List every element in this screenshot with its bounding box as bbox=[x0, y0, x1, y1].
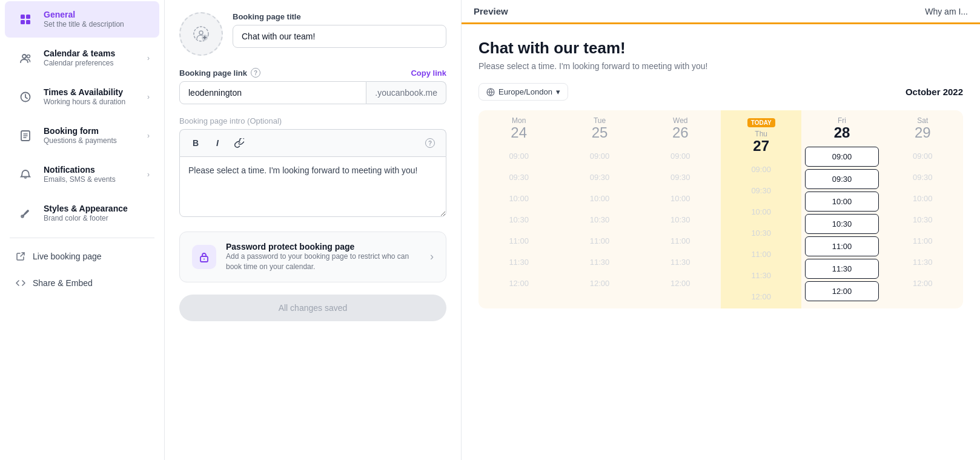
sidebar-item-notifications[interactable]: Notifications Emails, SMS & events › bbox=[5, 156, 159, 193]
bold-button[interactable]: B bbox=[187, 135, 204, 152]
link-inputs: .youcanbook.me bbox=[179, 81, 446, 104]
code-icon bbox=[15, 277, 27, 289]
preview-panel: Preview Why am I... Chat with our team! … bbox=[462, 0, 980, 460]
slot-fri-1100[interactable]: 11:00 bbox=[805, 236, 878, 256]
main-content: Booking page title Booking page link ? C… bbox=[165, 0, 462, 460]
svg-rect-2 bbox=[21, 20, 25, 24]
slot-mon-0930: 09:30 bbox=[482, 168, 555, 187]
link-domain: .youcanbook.me bbox=[366, 81, 446, 104]
sidebar-item-calendar-subtitle: Calendar preferences bbox=[44, 59, 147, 68]
clock-icon bbox=[15, 86, 36, 108]
slot-mon-0900: 09:00 bbox=[482, 147, 555, 165]
slot-fri-0900[interactable]: 09:00 bbox=[805, 147, 878, 167]
sidebar-item-booking-form-title: Booking form bbox=[44, 125, 147, 136]
timezone-value: Europe/London bbox=[498, 87, 552, 96]
link-button[interactable] bbox=[231, 135, 248, 152]
live-booking-label: Live booking page bbox=[33, 252, 102, 261]
password-desc: Add a password to your booking page to r… bbox=[226, 252, 420, 272]
svg-point-13 bbox=[204, 258, 205, 259]
password-title: Password protect booking page bbox=[226, 242, 420, 252]
sidebar-item-notifications-subtitle: Emails, SMS & events bbox=[44, 175, 147, 185]
cal-title: Chat with our team! bbox=[478, 39, 963, 58]
share-embed-label: Share & Embed bbox=[33, 278, 93, 288]
slot-mon-1200: 12:00 bbox=[482, 274, 555, 293]
password-chevron-icon: › bbox=[430, 250, 434, 263]
intro-textarea[interactable]: Please select a time. I'm looking forwar… bbox=[179, 156, 446, 217]
external-link-icon bbox=[15, 250, 27, 262]
timezone-selector[interactable]: Europe/London ▾ bbox=[478, 83, 568, 101]
cal-subtitle: Please select a time. I'm looking forwar… bbox=[478, 61, 963, 71]
sidebar-item-booking-form-subtitle: Questions & payments bbox=[44, 136, 147, 146]
sidebar-item-booking-form[interactable]: Booking form Questions & payments › bbox=[5, 118, 159, 154]
intro-toolbar: B I ? bbox=[179, 129, 446, 156]
sidebar-item-times-subtitle: Working hours & duration bbox=[44, 98, 147, 107]
preview-label: Preview bbox=[474, 6, 508, 16]
slot-fri-1200[interactable]: 12:00 bbox=[805, 281, 878, 301]
sidebar-link-live-booking[interactable]: Live booking page bbox=[5, 244, 159, 268]
lock-icon bbox=[192, 245, 216, 269]
cal-day-wed: Wed 26 09:00 09:30 10:00 10:30 11:00 11:… bbox=[640, 110, 721, 308]
photo-title-row: Booking page title bbox=[179, 12, 446, 56]
svg-rect-3 bbox=[26, 20, 30, 24]
brush-icon bbox=[15, 202, 36, 224]
help-toolbar-icon[interactable]: ? bbox=[422, 135, 439, 152]
cal-day-sat: Sat 29 09:00 09:30 10:00 10:30 11:00 11:… bbox=[882, 110, 963, 308]
intro-label: Booking page intro (Optional) bbox=[179, 116, 446, 125]
sidebar-divider bbox=[10, 238, 154, 238]
bell-icon bbox=[15, 164, 36, 185]
sidebar-item-calendar-teams[interactable]: Calendar & teams Calendar preferences › bbox=[5, 40, 159, 76]
slot-mon-1000: 10:00 bbox=[482, 189, 555, 208]
sidebar-link-share-embed[interactable]: Share & Embed bbox=[5, 271, 159, 295]
booking-title-label: Booking page title bbox=[233, 12, 446, 21]
cal-controls: Europe/London ▾ October 2022 bbox=[478, 83, 963, 101]
preview-tab-why[interactable]: Why am I... bbox=[925, 7, 968, 16]
cal-day-thu: TODAY Thu 27 09:00 09:30 10:00 10:30 11:… bbox=[721, 110, 801, 308]
sidebar-item-calendar-title: Calendar & teams bbox=[44, 48, 147, 59]
times-chevron-icon: › bbox=[147, 93, 150, 101]
sidebar-item-general-subtitle: Set the title & description bbox=[44, 20, 150, 30]
title-section: Booking page title bbox=[233, 12, 446, 48]
booking-form-chevron-icon: › bbox=[147, 132, 150, 140]
sidebar-item-styles-subtitle: Brand color & footer bbox=[44, 214, 150, 224]
save-button[interactable]: All changes saved bbox=[179, 295, 446, 321]
svg-rect-0 bbox=[21, 15, 25, 19]
slot-fri-1000[interactable]: 10:00 bbox=[805, 192, 878, 212]
notifications-chevron-icon: › bbox=[147, 170, 150, 179]
svg-point-10 bbox=[199, 31, 203, 35]
cal-grid: Mon 24 09:00 09:30 10:00 10:30 11:00 11:… bbox=[478, 110, 963, 308]
slot-fri-1130[interactable]: 11:30 bbox=[805, 259, 878, 279]
users-icon bbox=[15, 47, 36, 69]
password-protect-card[interactable]: Password protect booking page Add a pass… bbox=[179, 232, 446, 282]
sidebar-item-times-title: Times & Availability bbox=[44, 87, 147, 98]
slot-mon-1100: 11:00 bbox=[482, 232, 555, 250]
link-label: Booking page link bbox=[179, 68, 247, 78]
sidebar-item-notifications-title: Notifications bbox=[44, 164, 147, 175]
photo-upload-button[interactable] bbox=[179, 12, 223, 56]
copy-link-button[interactable]: Copy link bbox=[411, 68, 446, 78]
preview-body: Chat with our team! Please select a time… bbox=[462, 24, 980, 460]
intro-section: Booking page intro (Optional) B I ? Plea… bbox=[179, 116, 446, 219]
svg-point-5 bbox=[27, 55, 30, 58]
italic-button[interactable]: I bbox=[209, 135, 226, 152]
cal-month: October 2022 bbox=[906, 87, 963, 97]
sidebar: General Set the title & description Cale… bbox=[0, 0, 165, 460]
sidebar-item-times[interactable]: Times & Availability Working hours & dur… bbox=[5, 79, 159, 115]
slot-fri-1030[interactable]: 10:30 bbox=[805, 214, 878, 234]
svg-rect-1 bbox=[26, 15, 30, 19]
svg-point-4 bbox=[22, 55, 26, 58]
link-row: Booking page link ? Copy link .youcanboo… bbox=[179, 68, 446, 104]
sidebar-item-general-title: General bbox=[44, 9, 150, 20]
today-badge: TODAY bbox=[747, 118, 775, 127]
form-icon bbox=[15, 125, 36, 147]
sidebar-item-general[interactable]: General Set the title & description bbox=[5, 1, 159, 38]
cal-day-mon: Mon 24 09:00 09:30 10:00 10:30 11:00 11:… bbox=[478, 110, 559, 308]
cal-day-fri: Fri 28 09:00 09:30 10:00 10:30 11:00 11:… bbox=[801, 110, 882, 308]
booking-title-input[interactable] bbox=[233, 25, 446, 48]
help-icon[interactable]: ? bbox=[251, 68, 260, 78]
preview-header: Preview Why am I... bbox=[462, 0, 980, 24]
slot-mon-1030: 10:30 bbox=[482, 210, 555, 229]
link-slug-input[interactable] bbox=[179, 81, 366, 104]
sidebar-item-styles[interactable]: Styles & Appearance Brand color & footer bbox=[5, 195, 159, 232]
slot-fri-0930[interactable]: 09:30 bbox=[805, 169, 878, 189]
grid-icon bbox=[15, 8, 36, 30]
